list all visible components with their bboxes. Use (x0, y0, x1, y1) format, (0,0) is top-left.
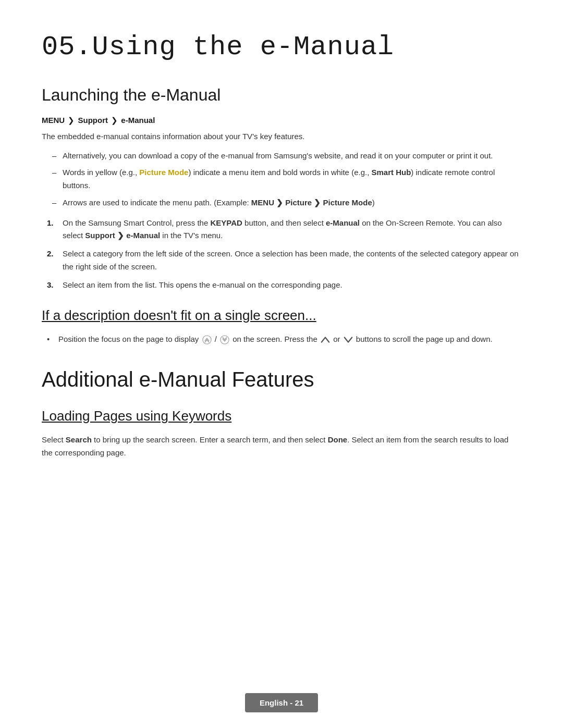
section2-title: If a description doesn't fit on a single… (42, 307, 521, 325)
bullet-list: Position the focus on the page to displa… (42, 333, 521, 346)
support-bold: Support ❯ e-Manual (85, 231, 160, 240)
scroll-down-icon (220, 335, 229, 344)
yellow-text-example: Picture Mode (139, 168, 188, 177)
chapter-title: 05.Using the e-Manual (42, 31, 521, 64)
nav-support: Support (78, 116, 108, 125)
numbered-item-2: Select a category from the left side of … (47, 248, 521, 274)
section3-major-title: Additional e-Manual Features (42, 367, 521, 392)
nav-emanual: e-Manual (121, 116, 155, 125)
done-bold: Done (328, 435, 348, 444)
caret-up-icon (321, 335, 330, 344)
search-bold: Search (66, 435, 92, 444)
dash-item-3: Arrows are used to indicate the menu pat… (52, 196, 521, 209)
section3-subsection-title: Loading Pages using Keywords (42, 408, 521, 425)
section1-title: Launching the e-Manual (42, 84, 521, 106)
keypad-bold: KEYPAD (210, 218, 242, 227)
footer-page-label: English - 21 (245, 693, 318, 712)
numbered-item-3: Select an item from the list. This opens… (47, 279, 521, 292)
bold-text-example: Smart Hub (371, 168, 411, 177)
dash-item-2: Words in yellow (e.g., Picture Mode) ind… (52, 166, 521, 192)
nav-path: MENU ❯ Support ❯ e-Manual (42, 116, 521, 125)
caret-down-icon (344, 335, 353, 344)
scroll-up-icon (202, 335, 212, 344)
intro-text: The embedded e-manual contains informati… (42, 130, 521, 143)
numbered-list: On the Samsung Smart Control, press the … (42, 217, 521, 292)
dash-list: Alternatively, you can download a copy o… (42, 150, 521, 209)
dash-item-1: Alternatively, you can download a copy o… (52, 150, 521, 163)
bullet-item-1: Position the focus on the page to displa… (47, 333, 521, 346)
emanual-bold-1: e-Manual (326, 218, 360, 227)
nav-arrow-2: ❯ (111, 116, 120, 125)
menu-path-example: MENU ❯ Picture ❯ Picture Mode (251, 198, 372, 207)
nav-menu: MENU (42, 116, 65, 125)
numbered-item-1: On the Samsung Smart Control, press the … (47, 217, 521, 243)
nav-arrow-1: ❯ (68, 116, 77, 125)
section3-description: Select Search to bring up the search scr… (42, 434, 521, 460)
page-footer: English - 21 (0, 693, 563, 712)
